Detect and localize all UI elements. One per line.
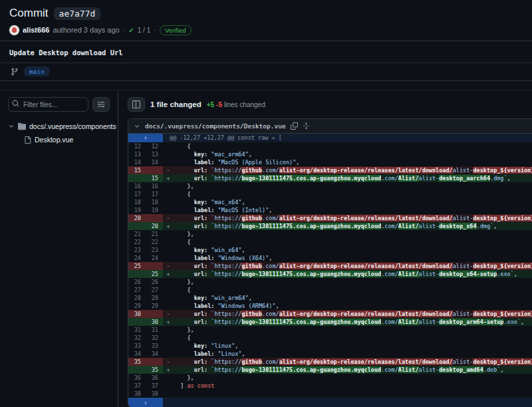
new-line-number[interactable]: 26	[146, 278, 163, 286]
old-line-number[interactable]: 38	[128, 390, 146, 398]
old-line-number[interactable]: 37	[128, 382, 146, 390]
filter-files-input[interactable]	[8, 97, 88, 112]
page-title: Commit ae7a77d	[9, 5, 523, 21]
new-line-number[interactable]: 20	[146, 222, 163, 230]
new-line-number[interactable]: 29	[146, 302, 163, 310]
copy-path-icon[interactable]	[291, 122, 298, 130]
old-line-number[interactable]: 36	[128, 374, 146, 382]
expand-up-button[interactable]: ↑	[128, 134, 163, 142]
diff-marker	[163, 142, 174, 150]
old-line-number[interactable]: 12	[128, 142, 146, 150]
unfold-file-icon[interactable]	[303, 122, 310, 130]
filter-options-button[interactable]	[92, 97, 110, 112]
new-line-number[interactable]: 36	[146, 374, 163, 382]
diff-marker	[163, 238, 174, 246]
new-line-number[interactable]: 12	[146, 142, 163, 150]
old-line-number[interactable]: 30	[128, 310, 146, 318]
old-line-number[interactable]: 18	[128, 198, 146, 206]
diff-marker	[163, 198, 174, 206]
old-line-number[interactable]: 15	[128, 166, 146, 174]
new-line-number[interactable]: 18	[146, 198, 163, 206]
old-line-number[interactable]	[128, 270, 146, 278]
old-line-number[interactable]: 21	[128, 230, 146, 238]
code-line: key: "win_arm64",	[174, 294, 532, 302]
old-line-number[interactable]: 35	[128, 358, 146, 366]
old-line-number[interactable]: 31	[128, 326, 146, 334]
old-line-number[interactable]: 16	[128, 182, 146, 190]
old-line-number[interactable]: 23	[128, 246, 146, 254]
tree-file-row[interactable]: Desktop.vue	[8, 133, 110, 146]
new-line-number[interactable]: 15	[146, 174, 163, 182]
new-line-number[interactable]: 16	[146, 182, 163, 190]
old-line-number[interactable]: 32	[128, 334, 146, 342]
old-line-number[interactable]: 24	[128, 254, 146, 262]
file-path[interactable]: docs/.vuepress/components/Desktop.vue	[145, 122, 286, 130]
new-line-number[interactable]: 24	[146, 254, 163, 262]
old-line-number[interactable]: 26	[128, 278, 146, 286]
code-line: {	[174, 238, 532, 246]
verified-badge[interactable]: Verified	[160, 25, 192, 35]
new-line-number[interactable]: 22	[146, 238, 163, 246]
code-line: },	[174, 182, 532, 190]
diff-marker: -	[163, 358, 174, 366]
diff-row: 2222 {	[128, 238, 532, 246]
new-line-number[interactable]	[146, 262, 163, 270]
new-line-number[interactable]	[146, 166, 163, 174]
new-line-number[interactable]: 27	[146, 286, 163, 294]
old-line-number[interactable]: 14	[128, 158, 146, 166]
dot-separator: ·	[123, 26, 126, 34]
new-line-number[interactable]: 31	[146, 326, 163, 334]
new-line-number[interactable]: 34	[146, 350, 163, 358]
author-name[interactable]: alist666	[23, 26, 49, 34]
bottom-expander-row: ↓	[128, 398, 532, 407]
search-icon	[12, 100, 19, 107]
new-line-number[interactable]: 33	[146, 342, 163, 350]
checks-status[interactable]: 1 / 1	[138, 27, 150, 34]
new-line-number[interactable]: 28	[146, 294, 163, 302]
old-line-number[interactable]: 20	[128, 214, 146, 222]
avatar[interactable]	[9, 25, 19, 35]
new-line-number[interactable]: 23	[146, 246, 163, 254]
new-line-number[interactable]: 30	[146, 318, 163, 326]
new-line-number[interactable]: 19	[146, 206, 163, 214]
file-header: docs/.vuepress/components/Desktop.vue	[128, 119, 532, 134]
branch-label[interactable]: main	[24, 67, 50, 76]
old-line-number[interactable]	[128, 318, 146, 326]
new-line-number[interactable]: 17	[146, 190, 163, 198]
old-line-number[interactable]: 22	[128, 238, 146, 246]
old-line-number[interactable]	[128, 366, 146, 374]
new-line-number[interactable]: 38	[146, 390, 163, 398]
diff-main: 1 file changed +5 -5 lines changed docs/…	[118, 90, 532, 407]
old-line-number[interactable]: 17	[128, 190, 146, 198]
old-line-number[interactable]	[128, 222, 146, 230]
old-line-number[interactable]	[128, 174, 146, 182]
old-line-number[interactable]: 29	[128, 302, 146, 310]
old-line-number[interactable]: 33	[128, 342, 146, 350]
new-line-number[interactable]: 21	[146, 230, 163, 238]
new-line-number[interactable]: 35	[146, 366, 163, 374]
file-tree-toggle-button[interactable]	[128, 97, 145, 112]
new-line-number[interactable]: 25	[146, 270, 163, 278]
new-line-number[interactable]	[146, 310, 163, 318]
expand-down-button[interactable]: ↓	[128, 398, 163, 407]
branch-row: main	[0, 63, 532, 80]
old-line-number[interactable]: 27	[128, 286, 146, 294]
new-line-number[interactable]: 14	[146, 158, 163, 166]
new-line-number[interactable]: 32	[146, 334, 163, 342]
diff-marker	[163, 190, 174, 198]
diff-marker	[163, 390, 174, 398]
tree-folder-row[interactable]: docs/.vuepress/components	[8, 120, 110, 133]
folder-icon	[18, 122, 26, 130]
new-line-number[interactable]: 37	[146, 382, 163, 390]
old-line-number[interactable]: 13	[128, 150, 146, 158]
new-line-number[interactable]	[146, 358, 163, 366]
new-line-number[interactable]: 13	[146, 150, 163, 158]
old-line-number[interactable]: 25	[128, 262, 146, 270]
old-line-number[interactable]: 19	[128, 206, 146, 214]
new-line-number[interactable]	[146, 214, 163, 222]
code-line: {	[174, 286, 532, 294]
diff-row: 3131 },	[128, 326, 532, 334]
old-line-number[interactable]: 34	[128, 350, 146, 358]
old-line-number[interactable]: 28	[128, 294, 146, 302]
collapse-file-chevron-icon[interactable]	[134, 123, 140, 130]
